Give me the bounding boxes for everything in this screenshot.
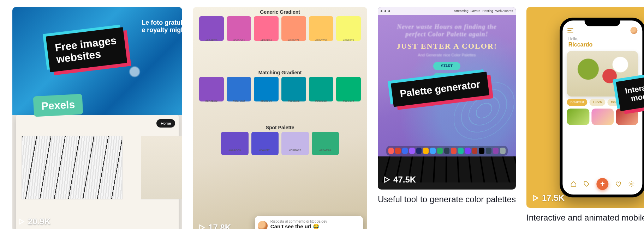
dock-app-icon	[458, 148, 464, 154]
overlay-label: Interactivemockup	[616, 73, 644, 111]
color-label: #0081C9	[254, 99, 279, 103]
video-card[interactable]: Generic Gradient #8A4EC3#D65DB1#FF6E91#F…	[193, 7, 367, 229]
comment-text: Can't see the url 😂	[270, 223, 359, 229]
dock-app-icon	[388, 148, 394, 154]
section-title: Spot Palette	[193, 125, 367, 130]
section-title: Generic Gradient	[193, 9, 367, 15]
video-card[interactable]: Hello, Riccardo BreakfastLunchDinner +	[526, 7, 644, 229]
play-icon	[17, 218, 25, 225]
comment-meta: Risposta al commento di fitcode.dev	[270, 219, 359, 223]
dock-app-icon	[486, 148, 491, 154]
menu-icon	[568, 29, 573, 33]
dock-app-icon	[472, 148, 478, 154]
color-swatch	[281, 77, 306, 101]
dock-app-icon	[409, 148, 415, 154]
tag-icon	[583, 181, 590, 187]
food-thumb	[567, 109, 589, 125]
color-swatch	[227, 16, 251, 41]
color-swatch	[199, 77, 224, 101]
section-title: Matching Gradient	[193, 70, 367, 75]
video-card[interactable]: StreamingLavoroHostingWeb Awards Never w…	[378, 7, 516, 229]
avatar	[258, 221, 268, 229]
video-caption: Interactive and animated mobile mockup	[526, 213, 644, 223]
start-button: START	[433, 62, 460, 70]
color-label: #FF9671	[281, 39, 306, 42]
dock-app-icon	[493, 148, 499, 154]
view-count: 47.5K	[383, 175, 416, 185]
view-count: 20.9K	[17, 217, 50, 227]
video-caption: Useful tool to generate color palettes	[378, 194, 516, 204]
bottom-nav: +	[567, 177, 638, 191]
dock-app-icon	[430, 148, 436, 154]
dock-app-icon	[444, 148, 450, 154]
color-label: #D65DB1	[227, 39, 251, 42]
food-thumb	[591, 109, 614, 125]
dock-app-icon	[437, 148, 443, 154]
color-swatch	[336, 16, 361, 41]
home-button: Home	[156, 119, 175, 128]
home-icon	[570, 181, 577, 187]
color-label: #8A4EC3	[199, 39, 224, 42]
video-thumbnail[interactable]: Hello, Riccardo BreakfastLunchDinner +	[526, 7, 644, 208]
chip: Lunch	[590, 99, 606, 106]
view-count: 17.8K	[198, 223, 231, 229]
overlay-label: Free imageswebsites	[46, 27, 127, 72]
dock-app-icon	[423, 148, 429, 154]
banner-text: Le foto gratuite e royalty migli	[142, 19, 182, 34]
color-label: #2FAE7A	[312, 149, 339, 152]
avatar	[630, 27, 637, 34]
hero-section: Never waste Hours on finding theperfect …	[378, 23, 516, 80]
color-swatch	[309, 16, 334, 41]
color-label: #6A4CC9	[221, 149, 248, 152]
pexels-pill: Pexels	[33, 94, 83, 117]
color-label: #564FD1	[251, 149, 279, 152]
video-thumbnail[interactable]: Le foto gratuite e royalty migli Home Fr…	[12, 7, 182, 229]
color-label: #F9F871	[336, 39, 361, 42]
play-icon	[531, 194, 539, 202]
color-swatch	[281, 16, 306, 41]
dock-app-icon	[402, 148, 408, 154]
video-card[interactable]: Le foto gratuite e royalty migli Home Fr…	[12, 7, 182, 229]
svg-point-0	[631, 183, 632, 185]
color-swatch	[254, 77, 279, 101]
video-thumbnail[interactable]: Generic Gradient #8A4EC3#D65DB1#FF6E91#F…	[193, 7, 367, 229]
color-label: #2C73D2	[227, 99, 251, 103]
color-label: #8A4EC2	[199, 99, 224, 103]
video-thumbnail[interactable]: StreamingLavoroHostingWeb Awards Never w…	[378, 7, 516, 190]
user-name: Riccardo	[568, 42, 592, 48]
dock-app-icon	[395, 148, 401, 154]
play-icon	[198, 224, 205, 229]
color-label: #00B374	[336, 99, 361, 103]
greeting-text: Hello,	[568, 37, 578, 41]
add-button: +	[596, 178, 608, 190]
color-swatch	[254, 16, 279, 41]
gear-icon	[628, 181, 634, 187]
dock-app-icon	[479, 148, 484, 154]
color-swatch	[199, 16, 224, 41]
color-label: #00A18A	[309, 99, 334, 103]
color-swatch	[336, 77, 361, 101]
dock-app-icon	[451, 148, 457, 154]
dock-app-icon	[416, 148, 422, 154]
color-label: #C4B6E8	[281, 149, 309, 152]
macos-menubar: StreamingLavoroHostingWeb Awards	[378, 7, 516, 15]
color-swatch	[227, 77, 251, 101]
color-label: #FFC75F	[309, 39, 334, 42]
macos-dock	[386, 146, 508, 156]
color-swatch	[309, 77, 334, 101]
color-label: #FF6E91	[254, 39, 279, 42]
heart-icon	[615, 181, 621, 187]
play-icon	[383, 176, 390, 184]
dock-app-icon	[465, 148, 471, 154]
chip: Breakfast	[567, 99, 588, 106]
view-count: 17.5K	[531, 193, 565, 203]
color-label: #008EA6	[281, 99, 306, 103]
video-grid: Le foto gratuite e royalty migli Home Fr…	[12, 7, 632, 229]
comment-bubble: Risposta al commento di fitcode.dev Can'…	[255, 216, 363, 229]
dock-app-icon	[500, 148, 506, 154]
